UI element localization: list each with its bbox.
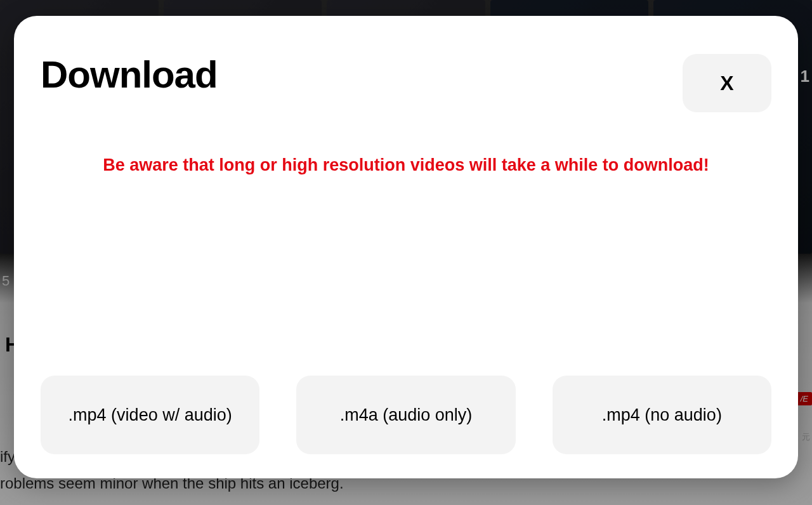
format-mp4-no-audio-button[interactable]: .mp4 (no audio) (553, 376, 771, 454)
close-icon: X (720, 72, 733, 95)
close-button[interactable]: X (683, 54, 771, 112)
format-m4a-audio-button[interactable]: .m4a (audio only) (296, 376, 515, 454)
modal-header: Download X (41, 54, 771, 112)
modal-title: Download (41, 53, 218, 96)
format-button-row: .mp4 (video w/ audio) .m4a (audio only) … (41, 376, 771, 454)
spacer (41, 176, 771, 363)
warning-message: Be aware that long or high resolution vi… (41, 154, 771, 176)
download-modal: Download X Be aware that long or high re… (14, 16, 798, 478)
format-mp4-video-audio-button[interactable]: .mp4 (video w/ audio) (41, 376, 259, 454)
